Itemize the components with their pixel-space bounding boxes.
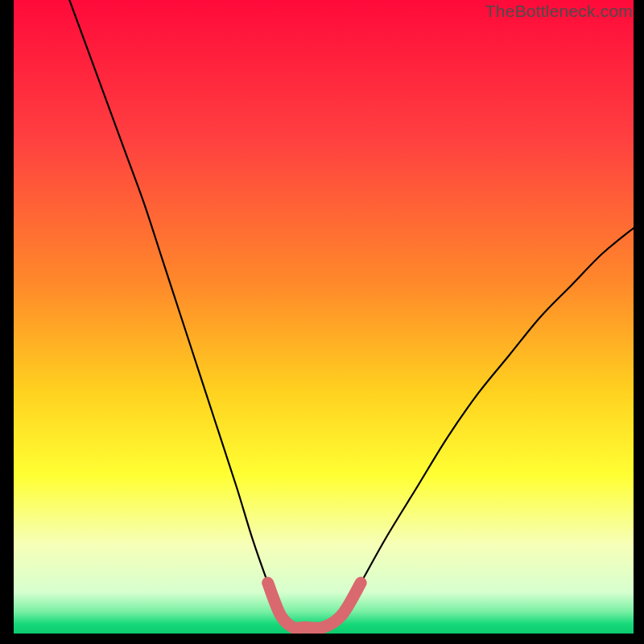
- chart-frame: [14, 0, 634, 634]
- watermark-text: TheBottleneck.com: [485, 2, 633, 21]
- chart-svg: [14, 0, 634, 634]
